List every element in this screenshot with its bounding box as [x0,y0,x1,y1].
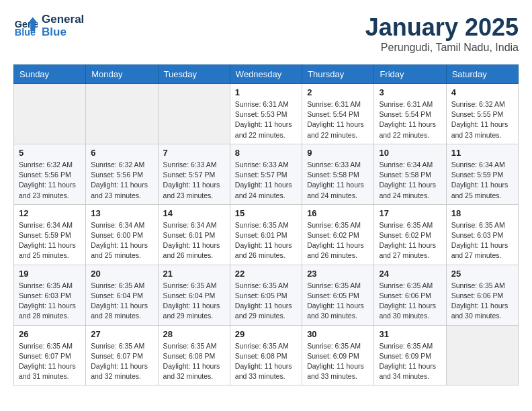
calendar-cell: 29Sunrise: 6:35 AMSunset: 6:08 PMDayligh… [230,325,302,385]
calendar-cell: 3Sunrise: 6:31 AMSunset: 5:54 PMDaylight… [374,84,446,144]
week-row-4: 19Sunrise: 6:35 AMSunset: 6:03 PMDayligh… [14,265,519,325]
week-row-1: 1Sunrise: 6:31 AMSunset: 5:53 PMDaylight… [14,84,519,144]
day-info: Sunrise: 6:34 AMSunset: 6:01 PMDaylight:… [163,220,225,261]
calendar-cell: 30Sunrise: 6:35 AMSunset: 6:09 PMDayligh… [302,325,374,385]
calendar-cell: 4Sunrise: 6:32 AMSunset: 5:55 PMDaylight… [446,84,518,144]
calendar-cell: 2Sunrise: 6:31 AMSunset: 5:54 PMDaylight… [302,84,374,144]
calendar-cell: 22Sunrise: 6:35 AMSunset: 6:05 PMDayligh… [230,265,302,325]
page-header: General Blue General Blue January 2025 P… [13,13,519,54]
day-number: 20 [91,269,152,279]
month-title: January 2025 [365,13,519,42]
calendar-cell: 14Sunrise: 6:34 AMSunset: 6:01 PMDayligh… [158,204,230,265]
calendar-cell: 17Sunrise: 6:35 AMSunset: 6:02 PMDayligh… [374,204,446,265]
calendar-cell: 31Sunrise: 6:35 AMSunset: 6:09 PMDayligh… [374,325,446,385]
day-info: Sunrise: 6:35 AMSunset: 6:05 PMDaylight:… [307,281,369,322]
weekday-header-monday: Monday [86,65,158,84]
day-number: 25 [451,269,513,279]
day-info: Sunrise: 6:35 AMSunset: 6:03 PMDaylight:… [451,220,513,261]
location-subtitle: Perungudi, Tamil Nadu, India [365,42,519,54]
day-info: Sunrise: 6:35 AMSunset: 6:04 PMDaylight:… [163,281,225,322]
calendar-cell: 5Sunrise: 6:32 AMSunset: 5:56 PMDaylight… [14,144,86,204]
day-number: 22 [235,269,297,279]
calendar-cell: 24Sunrise: 6:35 AMSunset: 6:06 PMDayligh… [374,265,446,325]
calendar-cell: 25Sunrise: 6:35 AMSunset: 6:06 PMDayligh… [446,265,518,325]
weekday-header-thursday: Thursday [302,65,374,84]
calendar-cell: 9Sunrise: 6:33 AMSunset: 5:58 PMDaylight… [302,144,374,204]
day-number: 13 [91,208,152,218]
calendar-cell: 20Sunrise: 6:35 AMSunset: 6:04 PMDayligh… [86,265,158,325]
day-info: Sunrise: 6:34 AMSunset: 5:59 PMDaylight:… [451,160,513,201]
calendar-table: SundayMondayTuesdayWednesdayThursdayFrid… [13,64,519,385]
day-number: 12 [19,208,81,218]
day-number: 8 [235,148,297,158]
weekday-header-sunday: Sunday [14,65,86,84]
day-number: 23 [307,269,369,279]
day-info: Sunrise: 6:35 AMSunset: 6:07 PMDaylight:… [19,341,81,382]
day-number: 30 [307,329,369,339]
day-number: 9 [307,148,369,158]
day-info: Sunrise: 6:35 AMSunset: 6:04 PMDaylight:… [91,281,152,322]
calendar-cell: 11Sunrise: 6:34 AMSunset: 5:59 PMDayligh… [446,144,518,204]
day-number: 31 [379,329,441,339]
calendar-cell: 26Sunrise: 6:35 AMSunset: 6:07 PMDayligh… [14,325,86,385]
day-info: Sunrise: 6:35 AMSunset: 6:02 PMDaylight:… [379,220,441,261]
day-info: Sunrise: 6:32 AMSunset: 5:55 PMDaylight:… [451,99,513,140]
day-info: Sunrise: 6:33 AMSunset: 5:57 PMDaylight:… [163,160,225,201]
day-number: 29 [235,329,297,339]
day-info: Sunrise: 6:35 AMSunset: 6:05 PMDaylight:… [235,281,297,322]
day-number: 4 [451,87,513,97]
day-info: Sunrise: 6:34 AMSunset: 5:59 PMDaylight:… [19,220,81,261]
calendar-cell: 19Sunrise: 6:35 AMSunset: 6:03 PMDayligh… [14,265,86,325]
day-number: 16 [307,208,369,218]
calendar-cell: 7Sunrise: 6:33 AMSunset: 5:57 PMDaylight… [158,144,230,204]
day-info: Sunrise: 6:35 AMSunset: 6:09 PMDaylight:… [307,341,369,382]
calendar-cell: 10Sunrise: 6:34 AMSunset: 5:58 PMDayligh… [374,144,446,204]
calendar-cell: 18Sunrise: 6:35 AMSunset: 6:03 PMDayligh… [446,204,518,265]
week-row-2: 5Sunrise: 6:32 AMSunset: 5:56 PMDaylight… [14,144,519,204]
day-number: 2 [307,87,369,97]
day-info: Sunrise: 6:35 AMSunset: 6:06 PMDaylight:… [451,281,513,322]
day-info: Sunrise: 6:34 AMSunset: 6:00 PMDaylight:… [91,220,152,261]
calendar-cell: 8Sunrise: 6:33 AMSunset: 5:57 PMDaylight… [230,144,302,204]
day-info: Sunrise: 6:35 AMSunset: 6:03 PMDaylight:… [19,281,81,322]
week-row-5: 26Sunrise: 6:35 AMSunset: 6:07 PMDayligh… [14,325,519,385]
day-info: Sunrise: 6:35 AMSunset: 6:07 PMDaylight:… [91,341,152,382]
calendar-cell: 13Sunrise: 6:34 AMSunset: 6:00 PMDayligh… [86,204,158,265]
weekday-header-friday: Friday [374,65,446,84]
day-info: Sunrise: 6:35 AMSunset: 6:06 PMDaylight:… [379,281,441,322]
day-info: Sunrise: 6:34 AMSunset: 5:58 PMDaylight:… [379,160,441,201]
logo-blue: Blue [42,26,84,39]
day-info: Sunrise: 6:35 AMSunset: 6:01 PMDaylight:… [235,220,297,261]
day-number: 3 [379,87,441,97]
weekday-header-tuesday: Tuesday [158,65,230,84]
day-info: Sunrise: 6:32 AMSunset: 5:56 PMDaylight:… [91,160,152,201]
day-number: 26 [19,329,81,339]
day-info: Sunrise: 6:33 AMSunset: 5:57 PMDaylight:… [235,160,297,201]
day-info: Sunrise: 6:35 AMSunset: 6:08 PMDaylight:… [235,341,297,382]
day-info: Sunrise: 6:33 AMSunset: 5:58 PMDaylight:… [307,160,369,201]
day-number: 14 [163,208,225,218]
day-number: 1 [235,87,297,97]
week-row-3: 12Sunrise: 6:34 AMSunset: 5:59 PMDayligh… [14,204,519,265]
calendar-cell: 23Sunrise: 6:35 AMSunset: 6:05 PMDayligh… [302,265,374,325]
logo-general: General [42,13,84,26]
calendar-cell: 27Sunrise: 6:35 AMSunset: 6:07 PMDayligh… [86,325,158,385]
day-number: 28 [163,329,225,339]
day-number: 17 [379,208,441,218]
day-info: Sunrise: 6:35 AMSunset: 6:02 PMDaylight:… [307,220,369,261]
calendar-cell: 16Sunrise: 6:35 AMSunset: 6:02 PMDayligh… [302,204,374,265]
day-number: 15 [235,208,297,218]
calendar-cell: 1Sunrise: 6:31 AMSunset: 5:53 PMDaylight… [230,84,302,144]
day-number: 27 [91,329,152,339]
day-info: Sunrise: 6:32 AMSunset: 5:56 PMDaylight:… [19,160,81,201]
day-number: 6 [91,148,152,158]
calendar-cell [158,84,230,144]
day-number: 10 [379,148,441,158]
day-info: Sunrise: 6:31 AMSunset: 5:54 PMDaylight:… [379,99,441,140]
calendar-cell: 21Sunrise: 6:35 AMSunset: 6:04 PMDayligh… [158,265,230,325]
day-info: Sunrise: 6:35 AMSunset: 6:09 PMDaylight:… [379,341,441,382]
weekday-header-row: SundayMondayTuesdayWednesdayThursdayFrid… [14,65,519,84]
weekday-header-saturday: Saturday [446,65,518,84]
calendar-cell: 6Sunrise: 6:32 AMSunset: 5:56 PMDaylight… [86,144,158,204]
title-section: January 2025 Perungudi, Tamil Nadu, Indi… [365,13,519,54]
